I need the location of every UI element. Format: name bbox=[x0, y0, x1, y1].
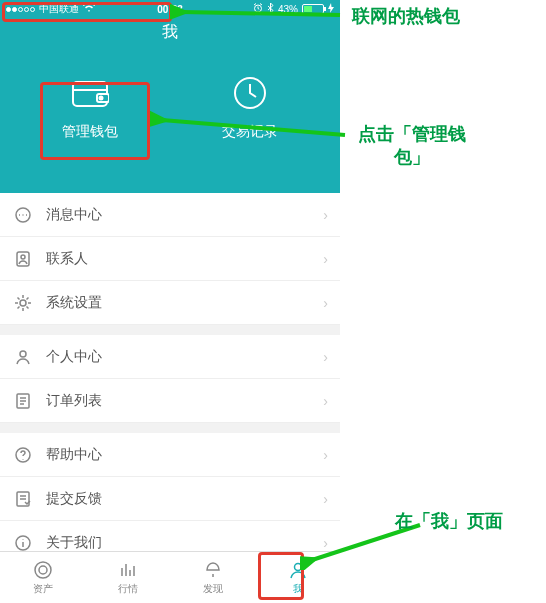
svg-point-8 bbox=[20, 300, 26, 306]
page-title: 我 bbox=[0, 18, 340, 43]
tab-assets-label: 资产 bbox=[33, 582, 53, 596]
svg-point-3 bbox=[100, 97, 103, 100]
tab-discover[interactable]: 发现 bbox=[170, 552, 255, 603]
row-contacts-label: 联系人 bbox=[46, 250, 323, 268]
chevron-right-icon: › bbox=[323, 251, 328, 267]
divider bbox=[0, 423, 340, 433]
tab-market[interactable]: 行情 bbox=[85, 552, 170, 603]
signal-icon bbox=[6, 7, 35, 12]
assets-icon bbox=[33, 560, 53, 580]
chevron-right-icon: › bbox=[323, 393, 328, 409]
annotation-text-wallet: 点击「管理钱 包」 bbox=[358, 123, 466, 170]
row-help-label: 帮助中心 bbox=[46, 446, 323, 464]
tab-me[interactable]: 我 bbox=[255, 552, 340, 603]
row-contacts[interactable]: 联系人 › bbox=[0, 237, 340, 281]
tab-bar: 资产 行情 发现 我 bbox=[0, 551, 340, 603]
messages-icon bbox=[12, 206, 34, 224]
row-orders[interactable]: 订单列表 › bbox=[0, 379, 340, 423]
annotation-text-top: 联网的热钱包 bbox=[352, 5, 460, 28]
tab-me-label: 我 bbox=[293, 582, 303, 596]
manage-wallet-label: 管理钱包 bbox=[30, 123, 150, 141]
svg-point-7 bbox=[21, 255, 25, 259]
tx-history-button[interactable]: 交易记录 bbox=[190, 73, 310, 141]
market-icon bbox=[118, 560, 138, 580]
status-bar: 中国联通 00:23 43% bbox=[0, 0, 340, 18]
row-settings-label: 系统设置 bbox=[46, 294, 323, 312]
divider bbox=[0, 325, 340, 335]
alarm-icon bbox=[253, 3, 263, 15]
row-about-label: 关于我们 bbox=[46, 534, 323, 552]
contacts-icon bbox=[12, 250, 34, 268]
manage-wallet-button[interactable]: 管理钱包 bbox=[30, 73, 150, 141]
svg-point-14 bbox=[35, 562, 51, 578]
tab-discover-label: 发现 bbox=[203, 582, 223, 596]
history-icon bbox=[230, 73, 270, 113]
me-icon bbox=[288, 560, 308, 580]
tx-history-label: 交易记录 bbox=[190, 123, 310, 141]
personal-icon bbox=[12, 348, 34, 366]
help-icon bbox=[12, 446, 34, 464]
chevron-right-icon: › bbox=[323, 295, 328, 311]
chevron-right-icon: › bbox=[323, 349, 328, 365]
chevron-right-icon: › bbox=[323, 207, 328, 223]
row-feedback[interactable]: 提交反馈 › bbox=[0, 477, 340, 521]
wifi-icon bbox=[83, 3, 95, 15]
chevron-right-icon: › bbox=[323, 535, 328, 551]
svg-point-16 bbox=[294, 563, 301, 570]
clock-label: 00:23 bbox=[157, 4, 183, 15]
settings-icon bbox=[12, 294, 34, 312]
feedback-icon bbox=[12, 490, 34, 508]
tab-market-label: 行情 bbox=[118, 582, 138, 596]
row-settings[interactable]: 系统设置 › bbox=[0, 281, 340, 325]
chevron-right-icon: › bbox=[323, 447, 328, 463]
orders-icon bbox=[12, 392, 34, 410]
svg-point-15 bbox=[39, 566, 47, 574]
battery-pct: 43% bbox=[278, 4, 298, 15]
row-personal-label: 个人中心 bbox=[46, 348, 323, 366]
row-orders-label: 订单列表 bbox=[46, 392, 323, 410]
carrier-label: 中国联通 bbox=[39, 2, 79, 16]
chevron-right-icon: › bbox=[323, 491, 328, 507]
header: 我 管理钱包 bbox=[0, 18, 340, 193]
row-help[interactable]: 帮助中心 › bbox=[0, 433, 340, 477]
about-icon bbox=[12, 534, 34, 552]
charging-icon bbox=[328, 3, 334, 15]
row-personal[interactable]: 个人中心 › bbox=[0, 335, 340, 379]
battery-icon bbox=[302, 4, 324, 14]
phone-frame: 中国联通 00:23 43% 我 bbox=[0, 0, 340, 603]
annotation-text-me: 在「我」页面 bbox=[395, 510, 503, 533]
row-messages[interactable]: 消息中心 › bbox=[0, 193, 340, 237]
tab-assets[interactable]: 资产 bbox=[0, 552, 85, 603]
bluetooth-icon bbox=[267, 3, 274, 15]
row-messages-label: 消息中心 bbox=[46, 206, 323, 224]
svg-point-9 bbox=[20, 351, 26, 357]
wallet-icon bbox=[70, 73, 110, 113]
row-feedback-label: 提交反馈 bbox=[46, 490, 323, 508]
discover-icon bbox=[203, 560, 223, 580]
